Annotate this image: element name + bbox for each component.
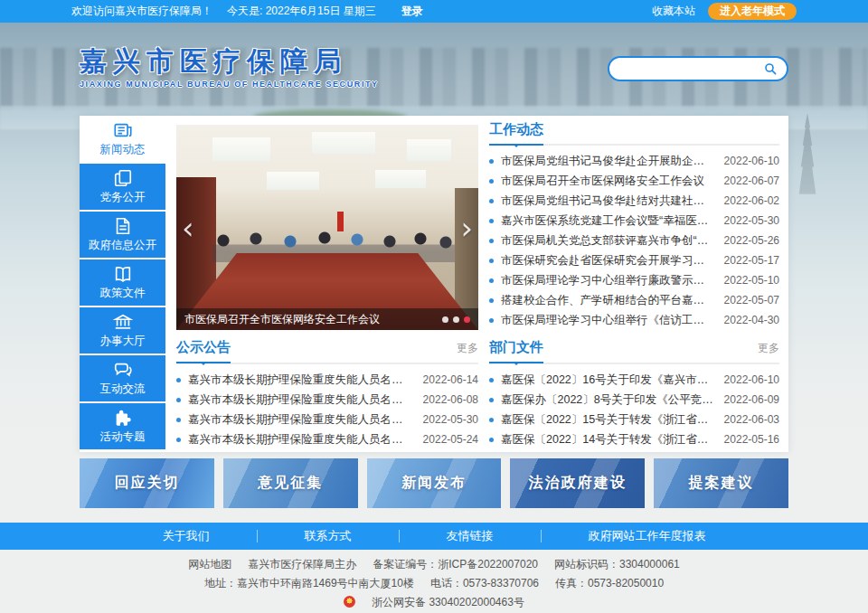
footer-text: 地址：嘉兴市中环南路1469号中南大厦10楼 <box>204 577 414 589</box>
newspaper-icon <box>113 120 133 140</box>
list-item[interactable]: 嘉医保〔2022〕16号关于印发《嘉兴市医疗保...2022-06-10 <box>489 370 779 390</box>
sidebar-item-0[interactable]: 新闻动态 <box>80 116 165 162</box>
news-carousel[interactable]: ‹ › 市医保局召开全市医保网络安全工作会议 <box>176 125 478 330</box>
login-link[interactable]: 登录 <box>401 4 423 19</box>
footer-nav-item-2[interactable]: 友情链接 <box>400 528 541 544</box>
sidebar-item-label: 政府信息公开 <box>89 238 156 253</box>
footer-line3: 浙公网安备 33040202000463号 <box>0 593 868 612</box>
item-date: 2022-05-17 <box>724 254 779 267</box>
item-title: 嘉医保〔2022〕16号关于印发《嘉兴市医疗保... <box>501 373 715 388</box>
carousel-next-icon[interactable]: › <box>460 214 473 241</box>
list-item[interactable]: 嘉医保〔2022〕15号关于转发《浙江省医疗保...2022-06-03 <box>489 410 779 429</box>
item-date: 2022-04-30 <box>724 314 779 326</box>
welcome-text: 欢迎访问嘉兴市医疗保障局！ <box>71 4 212 19</box>
sidebar-item-label: 政策文件 <box>100 286 146 301</box>
footer: 网站地图嘉兴市医疗保障局主办备案证编号：浙ICP备2022007020网站标识码… <box>0 555 868 612</box>
sidebar-item-3[interactable]: 政策文件 <box>80 259 165 306</box>
section-header-work-dynamics: 工作动态 <box>489 121 779 146</box>
site-title: 嘉兴市医疗保障局 <box>80 47 379 76</box>
sidebar: 新闻动态党务公开政府信息公开政策文件办事大厅互动交流活动专题 <box>80 116 165 452</box>
carousel-caption[interactable]: 市医保局召开全市医保网络安全工作会议 <box>184 312 435 327</box>
more-link[interactable]: 更多 <box>457 341 478 356</box>
favorite-link[interactable]: 收藏本站 <box>652 4 695 19</box>
bullet-icon <box>176 438 181 442</box>
banner-2[interactable]: 新闻发布 <box>367 458 502 508</box>
content-area: ‹ › 市医保局召开全市医保网络安全工作会议 工作动态 市医保局党组书记马俊华赴… <box>165 116 788 452</box>
bullet-icon <box>489 318 494 323</box>
security-badge-link[interactable]: 浙公网安备 33040202000463号 <box>335 596 533 608</box>
list-item[interactable]: 搭建校企合作、产学研相结合的平台嘉兴市长期护理...2022-05-07 <box>489 290 779 310</box>
item-title: 嘉兴市本级长期护理保险重度失能人员名单公示（2... <box>188 392 414 408</box>
sidebar-item-label: 活动专题 <box>100 429 146 445</box>
footer-text: 网站标识码：3304000061 <box>554 558 680 571</box>
sidebar-item-5[interactable]: 互动交流 <box>80 355 165 401</box>
list-item[interactable]: 嘉兴市本级长期护理保险重度失能人员名单公示（2...2022-05-30 <box>176 410 478 429</box>
footer-text[interactable]: 网站地图 <box>188 558 231 571</box>
work-dynamics-list: 市医保局党组书记马俊华赴企开展助企纾困活动2022-06-10市医保局召开全市医… <box>489 151 779 330</box>
list-item[interactable]: 市医保局机关党总支部获评嘉兴市争创“建设清廉机...2022-05-26 <box>489 231 779 250</box>
list-item[interactable]: 嘉兴市本级长期护理保险重度失能人员名单公示（2...2022-05-24 <box>176 429 478 449</box>
list-item[interactable]: 市医保局理论学习中心组举行《信访工作条例》专题...2022-04-30 <box>489 310 779 330</box>
sidebar-item-6[interactable]: 活动专题 <box>80 403 165 449</box>
carousel-dot-1[interactable] <box>453 316 459 323</box>
item-title: 搭建校企合作、产学研相结合的平台嘉兴市长期护理... <box>501 293 715 308</box>
photo-detail <box>337 212 344 231</box>
sidebar-item-1[interactable]: 党务公开 <box>80 164 165 210</box>
list-item[interactable]: 市医保局召开全市医保网络安全工作会议2022-06-07 <box>489 171 779 191</box>
item-date: 2022-05-10 <box>724 274 779 287</box>
item-title: 市医保局召开全市医保网络安全工作会议 <box>501 174 715 189</box>
banner-label: 法治政府建设 <box>529 474 627 493</box>
list-item[interactable]: 市医保局理论学习中心组举行廉政警示教育专题学习...2022-05-10 <box>489 270 779 290</box>
list-item[interactable]: 市医保研究会赴省医保研究会开展学习交流活动2022-05-17 <box>489 250 779 270</box>
carousel-dot-0[interactable] <box>442 316 448 323</box>
chat-icon <box>113 360 133 380</box>
item-date: 2022-05-07 <box>724 294 779 306</box>
list-item[interactable]: 嘉兴市本级长期护理保险重度失能人员名单公示（2...2022-06-14 <box>176 370 478 390</box>
item-date: 2022-06-10 <box>724 373 779 386</box>
puzzle-icon <box>113 408 133 428</box>
list-item[interactable]: 市医保局党组书记马俊华赴结对共建社区指导全国文...2022-06-02 <box>489 191 779 211</box>
carousel-prev-icon[interactable]: ‹ <box>182 214 194 241</box>
bullet-icon <box>489 259 494 263</box>
footer-text: 电话：0573-83370706 <box>430 577 539 589</box>
list-item[interactable]: 市医保局党组书记马俊华赴企开展助企纾困活动2022-06-10 <box>489 151 779 171</box>
sidebar-item-label: 互动交流 <box>100 382 146 397</box>
search-box[interactable] <box>608 56 788 81</box>
banner-1[interactable]: 意见征集 <box>223 458 358 508</box>
carousel-caption-bar: 市医保局召开全市医保网络安全工作会议 <box>176 308 478 330</box>
section-title: 部门文件 <box>489 339 543 355</box>
list-item[interactable]: 嘉医保办〔2022〕8号关于印发《公平竞争审查...2022-06-09 <box>489 390 779 410</box>
carousel-dot-2[interactable] <box>464 316 470 323</box>
search-icon[interactable] <box>763 61 778 76</box>
item-title: 嘉兴市医保系统党建工作会议暨“幸福医保”党建联... <box>501 213 715 229</box>
list-item[interactable]: 嘉兴市医保系统党建工作会议暨“幸福医保”党建联...2022-05-30 <box>489 211 779 231</box>
item-title: 嘉医保〔2022〕15号关于转发《浙江省医疗保... <box>501 412 715 428</box>
item-title: 嘉医保〔2022〕14号关于转发《浙江省医疗保... <box>501 432 715 448</box>
item-date: 2022-05-26 <box>724 234 779 247</box>
item-title: 嘉兴市本级长期护理保险重度失能人员名单公示（2... <box>188 412 414 428</box>
more-link[interactable]: 更多 <box>758 341 779 356</box>
sidebar-item-label: 党务公开 <box>100 190 146 205</box>
sidebar-item-2[interactable]: 政府信息公开 <box>80 212 165 258</box>
footer-nav-item-0[interactable]: 关于我们 <box>116 528 257 544</box>
banner-label: 意见征集 <box>258 474 323 493</box>
footer-nav-item-1[interactable]: 联系方式 <box>258 528 399 544</box>
banner-3[interactable]: 法治政府建设 <box>510 458 645 508</box>
carousel-dots <box>442 316 470 323</box>
site-header: 嘉兴市医疗保障局 JIAXING MUNICIPAL BUREAU OF HEA… <box>80 47 788 89</box>
sidebar-item-4[interactable]: 办事大厅 <box>80 307 165 354</box>
footer-nav-item-3[interactable]: 政府网站工作年度报表 <box>542 528 753 544</box>
item-date: 2022-06-08 <box>423 393 478 406</box>
sidebar-item-label: 新闻动态 <box>100 142 146 157</box>
elder-mode-button[interactable]: 进入老年模式 <box>708 3 797 20</box>
current-date: 今天是: 2022年6月15日 星期三 <box>227 4 376 19</box>
search-input[interactable] <box>618 61 763 76</box>
banner-label: 新闻发布 <box>401 474 467 493</box>
list-item[interactable]: 嘉兴市本级长期护理保险重度失能人员名单公示（2...2022-06-08 <box>176 390 478 410</box>
list-item[interactable]: 嘉医保〔2022〕14号关于转发《浙江省医疗保...2022-05-16 <box>489 429 779 449</box>
sidebar-item-label: 办事大厅 <box>100 334 146 349</box>
bullet-icon <box>489 219 494 223</box>
banner-0[interactable]: 回应关切 <box>80 458 214 508</box>
banner-4[interactable]: 提案建议 <box>654 458 788 508</box>
bullet-icon <box>489 418 494 422</box>
